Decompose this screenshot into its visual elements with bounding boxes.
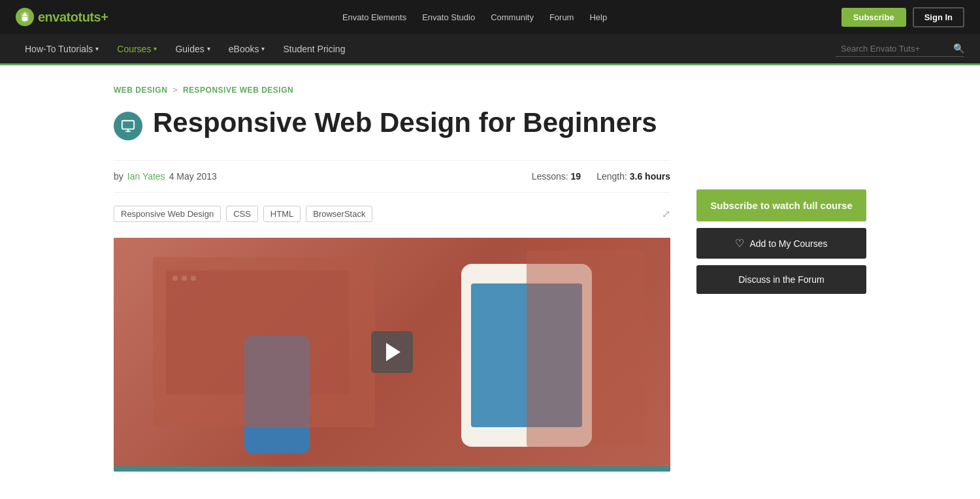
sidebar: Subscribe to watch full course ♡ Add to … bbox=[696, 85, 866, 472]
lessons-info: Lessons: 19 bbox=[532, 171, 581, 182]
tag-browserstack[interactable]: BrowserStack bbox=[306, 206, 372, 222]
breadcrumb: WEB DESIGN > RESPONSIVE WEB DESIGN bbox=[114, 85, 670, 95]
course-meta-right: Lessons: 19 Length: 3.6 hours bbox=[532, 171, 670, 182]
envato-logo-icon bbox=[16, 8, 34, 26]
watch-button[interactable]: Subscribe to watch full course bbox=[696, 189, 866, 221]
chevron-down-icon: ▾ bbox=[261, 33, 265, 65]
nav-forum[interactable]: Forum bbox=[549, 12, 574, 22]
course-header: Responsive Web Design for Beginners bbox=[114, 108, 670, 140]
logo[interactable]: envatotuts+ bbox=[16, 8, 108, 26]
main-wrapper: WEB DESIGN > RESPONSIVE WEB DESIGN Respo… bbox=[98, 65, 882, 491]
sub-nav-links: How-To Tutorials ▾ Courses ▾ Guides ▾ eB… bbox=[16, 33, 354, 65]
logo-text: envatotuts+ bbox=[38, 10, 108, 25]
course-meta: by Ian Yates 4 May 2013 Lessons: 19 Leng… bbox=[114, 160, 670, 193]
search-input[interactable] bbox=[836, 41, 953, 56]
breadcrumb-separator: > bbox=[172, 85, 178, 95]
subscribe-button[interactable]: Subscribe bbox=[841, 8, 906, 27]
nav-student-pricing[interactable]: Student Pricing bbox=[274, 33, 354, 65]
course-icon bbox=[114, 112, 142, 140]
chevron-down-icon: ▾ bbox=[207, 33, 210, 65]
add-label: Add to My Courses bbox=[749, 238, 827, 249]
add-to-courses-button[interactable]: ♡ Add to My Courses bbox=[696, 228, 866, 259]
nav-elements[interactable]: Envato Elements bbox=[342, 12, 406, 22]
tag-responsive[interactable]: Responsive Web Design bbox=[114, 206, 221, 222]
nav-guides[interactable]: Guides ▾ bbox=[166, 33, 219, 65]
sub-navigation: How-To Tutorials ▾ Courses ▾ Guides ▾ eB… bbox=[0, 34, 980, 65]
nav-courses[interactable]: Courses ▾ bbox=[108, 33, 166, 65]
bg-rect-2 bbox=[527, 251, 644, 447]
top-nav-actions: Subscribe Sign In bbox=[841, 7, 964, 27]
video-visual bbox=[114, 238, 670, 466]
nav-community[interactable]: Community bbox=[491, 12, 534, 22]
course-meta-left: by Ian Yates 4 May 2013 bbox=[114, 171, 217, 182]
svg-rect-1 bbox=[22, 17, 27, 21]
share-icon[interactable]: ⤢ bbox=[662, 208, 670, 220]
length-info: Length: 3.6 hours bbox=[596, 171, 670, 182]
search-area: 🔍 bbox=[836, 41, 964, 57]
top-nav-links: Envato Elements Envato Studio Community … bbox=[342, 12, 607, 22]
search-icon[interactable]: 🔍 bbox=[953, 43, 964, 54]
nav-studio[interactable]: Envato Studio bbox=[422, 12, 475, 22]
signin-button[interactable]: Sign In bbox=[913, 7, 964, 27]
forum-button[interactable]: Discuss in the Forum bbox=[696, 265, 866, 294]
bg-rect-1 bbox=[153, 257, 375, 427]
svg-rect-2 bbox=[122, 121, 134, 129]
chevron-down-icon: ▾ bbox=[154, 33, 157, 65]
course-date: 4 May 2013 bbox=[169, 171, 217, 182]
top-navigation: envatotuts+ Envato Elements Envato Studi… bbox=[0, 0, 980, 34]
tags-area: Responsive Web Design CSS HTML BrowserSt… bbox=[114, 206, 670, 222]
course-icon-symbol bbox=[121, 119, 135, 133]
video-container[interactable] bbox=[114, 238, 670, 472]
nav-help[interactable]: Help bbox=[589, 12, 607, 22]
chevron-down-icon: ▾ bbox=[95, 33, 99, 65]
video-progress-bar bbox=[114, 466, 670, 472]
breadcrumb-parent[interactable]: WEB DESIGN bbox=[114, 86, 167, 95]
tag-css[interactable]: CSS bbox=[226, 206, 258, 222]
play-button[interactable] bbox=[371, 331, 413, 373]
author-link[interactable]: Ian Yates bbox=[127, 171, 165, 182]
breadcrumb-current[interactable]: RESPONSIVE WEB DESIGN bbox=[183, 86, 293, 95]
play-icon bbox=[386, 343, 400, 361]
by-label: by bbox=[114, 171, 123, 182]
nav-tutorials[interactable]: How-To Tutorials ▾ bbox=[16, 33, 108, 65]
tags-list: Responsive Web Design CSS HTML BrowserSt… bbox=[114, 206, 372, 222]
course-title: Responsive Web Design for Beginners bbox=[153, 108, 657, 138]
content-area: WEB DESIGN > RESPONSIVE WEB DESIGN Respo… bbox=[114, 85, 670, 472]
tag-html[interactable]: HTML bbox=[263, 206, 301, 222]
heart-icon: ♡ bbox=[735, 237, 744, 250]
nav-ebooks[interactable]: eBooks ▾ bbox=[220, 33, 274, 65]
